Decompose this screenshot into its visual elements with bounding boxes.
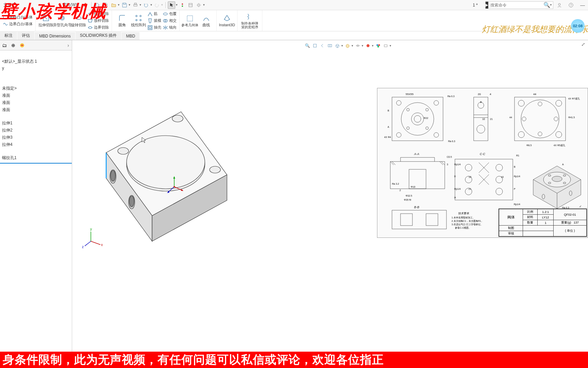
svg-text:Φ41.5: Φ41.5 bbox=[568, 116, 575, 119]
plane-item[interactable]: 准面 bbox=[0, 99, 72, 106]
svg-text:44: 44 bbox=[509, 116, 512, 119]
zoom-fit-icon[interactable]: 🔍 bbox=[304, 42, 311, 49]
svg-rect-25 bbox=[187, 16, 193, 21]
section-view-icon[interactable] bbox=[327, 42, 333, 49]
undo-icon[interactable] bbox=[142, 1, 150, 9]
svg-text:Rp1/4: Rp1/4 bbox=[514, 203, 520, 206]
material-not-specified[interactable]: 未指定> bbox=[0, 85, 72, 92]
search-command-box[interactable]: ▶ 🔍 ▼ bbox=[485, 1, 553, 9]
svg-point-147 bbox=[563, 182, 566, 184]
property-tab-icon[interactable]: ⊕ bbox=[10, 42, 17, 49]
tab-mbd-dimensions[interactable]: MBD Dimensions bbox=[35, 32, 75, 40]
zoom-window-icon[interactable] bbox=[312, 42, 318, 49]
svg-point-34 bbox=[377, 46, 379, 47]
svg-rect-59 bbox=[392, 97, 443, 141]
hide-show-icon[interactable] bbox=[354, 42, 361, 49]
search-icon[interactable]: 🔍 bbox=[543, 2, 550, 8]
tree-item[interactable]: y bbox=[0, 65, 72, 71]
intersect-button[interactable]: 相交 bbox=[162, 18, 177, 24]
tab-solidworks-addins[interactable]: SOLIDWORKS 插件 bbox=[76, 31, 121, 40]
save-icon[interactable] bbox=[121, 1, 128, 9]
svg-point-89 bbox=[521, 100, 559, 138]
view-orientation-icon[interactable] bbox=[334, 42, 341, 49]
expand-viewport-icon[interactable]: ⤢ bbox=[581, 42, 585, 47]
rollback-bar[interactable] bbox=[0, 163, 72, 164]
svg-rect-155 bbox=[401, 214, 412, 226]
reference-geometry-button[interactable]: 参考几何体 bbox=[182, 14, 198, 28]
open-icon[interactable] bbox=[110, 1, 117, 9]
tab-mbd[interactable]: MBD bbox=[121, 32, 140, 40]
svg-text:B-B: B-B bbox=[414, 205, 419, 209]
plane-item[interactable]: 准面 bbox=[0, 92, 72, 99]
feature-extrude4[interactable]: 拉伸4 bbox=[0, 141, 72, 148]
search-input[interactable] bbox=[488, 3, 543, 7]
curves-button[interactable]: 曲线 bbox=[198, 13, 214, 28]
user-icon[interactable] bbox=[555, 1, 564, 9]
instant3d-button[interactable]: Instant3D bbox=[219, 13, 235, 28]
mirror-button[interactable]: 镜向 bbox=[162, 25, 177, 31]
3d-model: y x z bbox=[76, 74, 293, 265]
svg-text:20: 20 bbox=[478, 93, 481, 96]
rib-button[interactable]: 筋 bbox=[147, 11, 162, 17]
svg-point-15 bbox=[136, 15, 137, 17]
feature-tree[interactable]: <默认>_显示状态 1 y 未指定> 准面 准面 准面 拉伸1 拉伸2 拉伸3 … bbox=[0, 50, 72, 358]
svg-line-107 bbox=[390, 162, 394, 165]
view-settings-icon[interactable] bbox=[382, 42, 389, 49]
svg-point-145 bbox=[563, 175, 566, 177]
svg-point-62 bbox=[414, 116, 421, 122]
display-state-item[interactable]: <默认>_显示状态 1 bbox=[0, 58, 72, 65]
options-icon[interactable] bbox=[187, 1, 194, 9]
svg-text:Ra 3.2: Ra 3.2 bbox=[392, 183, 399, 185]
wrap-button[interactable]: 包覆 bbox=[162, 11, 177, 17]
previous-view-icon[interactable] bbox=[319, 42, 326, 49]
svg-text:R1: R1 bbox=[516, 154, 519, 157]
display-style-icon[interactable] bbox=[344, 42, 351, 49]
tab-annotate[interactable]: 标注 bbox=[0, 31, 17, 40]
rebuild-icon[interactable] bbox=[179, 1, 186, 9]
minimize-icon[interactable]: — bbox=[578, 1, 587, 9]
plane-item[interactable]: 准面 bbox=[0, 106, 72, 113]
svg-point-44 bbox=[129, 196, 134, 207]
select-cursor-icon[interactable] bbox=[168, 1, 175, 9]
svg-point-2 bbox=[182, 3, 183, 5]
video-bottom-banner: 身条件限制，此为无声视频，有任何问题可以私信或评论，欢迎各位指正 bbox=[0, 352, 588, 368]
svg-text:21: 21 bbox=[490, 118, 493, 120]
svg-line-55 bbox=[91, 241, 100, 245]
svg-text:Φ32.5: Φ32.5 bbox=[406, 195, 412, 197]
fillet-button[interactable]: 圆角 bbox=[114, 13, 130, 28]
svg-text:4X Φ4: 4X Φ4 bbox=[384, 136, 391, 138]
video-channel-title: 壁小孩学机械 bbox=[0, 0, 106, 23]
svg-point-16 bbox=[140, 15, 141, 17]
svg-text:Rp1/4: Rp1/4 bbox=[454, 163, 461, 166]
edit-appearance-icon[interactable] bbox=[364, 42, 371, 49]
svg-rect-4 bbox=[189, 3, 192, 7]
feature-extrude1[interactable]: 拉伸1 bbox=[0, 120, 72, 127]
svg-point-148 bbox=[569, 191, 572, 196]
svg-point-60 bbox=[401, 103, 434, 135]
svg-point-33 bbox=[378, 44, 380, 46]
feature-extrude2[interactable]: 拉伸2 bbox=[0, 127, 72, 134]
settings-gear-icon[interactable] bbox=[195, 1, 202, 9]
apply-scene-icon[interactable] bbox=[375, 42, 381, 49]
feature-tree-tab-icon[interactable]: 🗂 bbox=[1, 42, 8, 49]
svg-rect-27 bbox=[313, 44, 316, 47]
tab-evaluate[interactable]: 评估 bbox=[17, 31, 34, 40]
draft-button[interactable]: 拔模 bbox=[147, 18, 162, 24]
svg-text:3: 3 bbox=[447, 163, 448, 166]
spring-macro-button[interactable]: 制作各种弹簧的宏程序 bbox=[240, 12, 260, 30]
graphics-viewport[interactable]: ⤢ 🔍 ▼ ▼ ▼ ▼ ▼ bbox=[72, 40, 588, 358]
svg-text:1.本件采用型材加工。: 1.本件采用型材加工。 bbox=[452, 216, 475, 219]
svg-text:C0.5: C0.5 bbox=[447, 156, 452, 158]
print-icon[interactable] bbox=[132, 1, 139, 9]
sidebar-tabs: 🗂 ⊕ › bbox=[0, 40, 72, 50]
svg-text:参看C-C视图。: 参看C-C视图。 bbox=[455, 227, 471, 229]
config-tab-icon[interactable] bbox=[18, 42, 26, 49]
expand-panel-icon[interactable]: › bbox=[67, 43, 71, 48]
help-icon[interactable]: ? bbox=[567, 1, 575, 9]
svg-text:z: z bbox=[82, 245, 84, 249]
shell-button[interactable]: 抽壳 bbox=[147, 25, 162, 31]
linear-pattern-button[interactable]: 线性阵列 bbox=[130, 13, 147, 28]
feature-thread-hole[interactable]: 螺纹孔1 bbox=[0, 154, 72, 162]
feature-extrude3[interactable]: 拉伸3 bbox=[0, 134, 72, 141]
boundary-cut-button[interactable]: 边界切除 bbox=[87, 25, 110, 31]
